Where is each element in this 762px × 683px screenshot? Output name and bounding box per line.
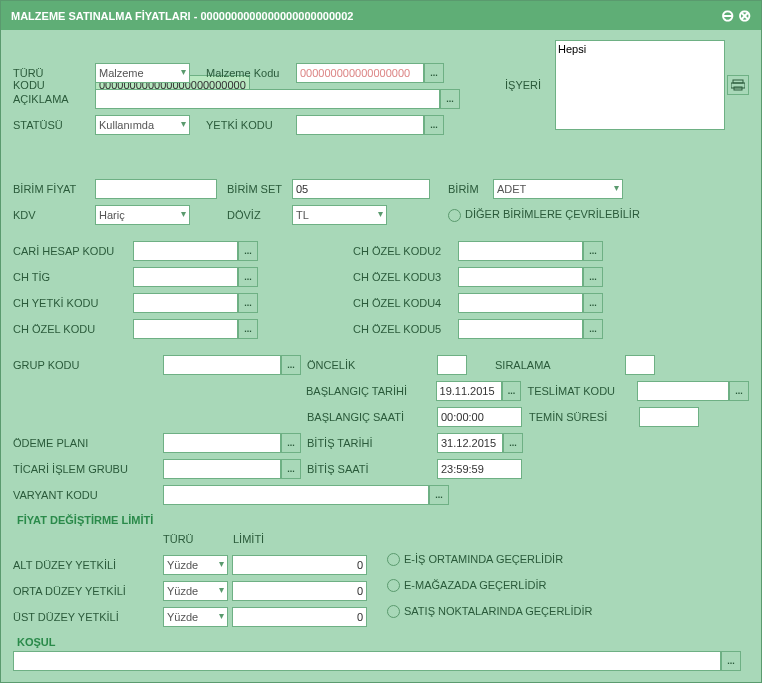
eis-radio[interactable]: E-İŞ ORTAMINDA GEÇERLİDİR [387,548,592,570]
yetki-kodu-input[interactable] [296,115,424,135]
statusu-label: STATÜSÜ [13,119,95,131]
kosul-lookup[interactable]: ... [721,651,741,671]
diger-birim-radio[interactable]: DİĞER BİRİMLERE ÇEVRİLEBİLİR [448,208,640,222]
grup-kodu-lookup[interactable]: ... [281,355,301,375]
ust-duzey-label: ÜST DÜZEY YETKİLİ [13,611,163,623]
ticari-islem-grubu-lookup[interactable]: ... [281,459,301,479]
odeme-plani-input[interactable] [163,433,281,453]
varyant-kodu-lookup[interactable]: ... [429,485,449,505]
isyeri-textarea[interactable]: Hepsi [555,40,725,130]
teslimat-kodu-lookup[interactable]: ... [729,381,749,401]
ch-ozel-kodu5-lookup[interactable]: ... [583,319,603,339]
alt-limit-input[interactable] [232,555,367,575]
malzeme-kodu-label: Malzeme Kodu [206,67,296,79]
yetki-kodu-lookup[interactable]: ... [424,115,444,135]
oncelik-label: ÖNCELİK [307,359,437,371]
temin-suresi-label: TEMİN SÜRESİ [529,411,639,423]
birim-set-label: BİRİM SET [227,183,292,195]
ch-tig-lookup[interactable]: ... [238,267,258,287]
birim-label: BİRİM [448,183,493,195]
baslangic-tarihi-label: BAŞLANGIÇ TARİHİ [306,385,436,397]
bitis-saati-input[interactable] [437,459,522,479]
kodu-label: KODU [13,79,95,91]
ch-ozel-kodu5-label: CH ÖZEL KODU5 [353,323,458,335]
birim-fiyat-input[interactable] [95,179,217,199]
ch-ozel-kodu-input[interactable] [133,319,238,339]
orta-turu-select[interactable]: Yüzde [163,581,228,601]
bitis-tarihi-lookup[interactable]: ... [503,433,523,453]
aciklama-label: AÇIKLAMA [13,93,95,105]
alt-duzey-label: ALT DÜZEY YETKİLİ [13,559,163,571]
temin-suresi-input[interactable] [639,407,699,427]
cari-hesap-kodu-input[interactable] [133,241,238,261]
birim-select[interactable]: ADET [493,179,623,199]
bitis-saati-label: BİTİŞ SAATİ [307,463,437,475]
varyant-kodu-input[interactable] [163,485,429,505]
birim-set-input[interactable] [292,179,430,199]
baslangic-tarihi-lookup[interactable]: ... [502,381,522,401]
aciklama-lookup[interactable]: ... [440,89,460,109]
doviz-label: DÖVİZ [227,209,292,221]
ust-limit-input[interactable] [232,607,367,627]
ch-ozel-kodu4-label: CH ÖZEL KODU4 [353,297,458,309]
bitis-tarihi-input[interactable] [437,433,503,453]
oncelik-input[interactable] [437,355,467,375]
window-title: MALZEME SATINALMA FİYATLARI - 0000000000… [11,10,353,22]
grup-kodu-input[interactable] [163,355,281,375]
emagaza-radio[interactable]: E-MAĞAZADA GEÇERLİDİR [387,574,592,596]
close-icon[interactable]: ⊗ [738,6,751,25]
kdv-label: KDV [13,209,95,221]
doviz-select[interactable]: TL [292,205,387,225]
teslimat-kodu-label: TESLİMAT KODU [527,385,637,397]
aciklama-input[interactable] [95,89,440,109]
ch-ozel-kodu3-input[interactable] [458,267,583,287]
cari-hesap-kodu-label: CARİ HESAP KODU [13,245,133,257]
ch-tig-input[interactable] [133,267,238,287]
ticari-islem-grubu-input[interactable] [163,459,281,479]
ch-tig-label: CH TİG [13,271,133,283]
ch-ozel-kodu3-lookup[interactable]: ... [583,267,603,287]
satis-radio[interactable]: SATIŞ NOKTALARINDA GEÇERLİDİR [387,600,592,622]
ch-ozel-kodu2-input[interactable] [458,241,583,261]
yetki-kodu-label: YETKİ KODU [206,119,296,131]
teslimat-kodu-input[interactable] [637,381,729,401]
bitis-tarihi-label: BİTİŞ TARİHİ [307,437,437,449]
ust-turu-select[interactable]: Yüzde [163,607,228,627]
kdv-select[interactable]: Hariç [95,205,190,225]
window: MALZEME SATINALMA FİYATLARI - 0000000000… [0,0,762,683]
orta-limit-input[interactable] [232,581,367,601]
kosul-input[interactable] [13,651,721,671]
ticari-islem-grubu-label: TİCARİ İŞLEM GRUBU [13,463,163,475]
siralama-input[interactable] [625,355,655,375]
ch-ozel-kodu-label: CH ÖZEL KODU [13,323,133,335]
baslangic-saati-input[interactable] [437,407,522,427]
ch-ozel-kodu2-label: CH ÖZEL KODU2 [353,245,458,257]
baslangic-saati-label: BAŞLANGIÇ SAATİ [307,411,437,423]
ch-ozel-kodu4-lookup[interactable]: ... [583,293,603,313]
ch-ozel-kodu2-lookup[interactable]: ... [583,241,603,261]
fiyat-degistirme-header: FİYAT DEĞİŞTİRME LİMİTİ [17,514,749,526]
statusu-select[interactable]: Kullanımda [95,115,190,135]
ch-ozel-kodu-lookup[interactable]: ... [238,319,258,339]
ch-yetki-kodu-input[interactable] [133,293,238,313]
ch-ozel-kodu5-input[interactable] [458,319,583,339]
malzeme-kodu-lookup[interactable]: ... [424,63,444,83]
turu-label: TÜRÜ [13,67,95,79]
alt-turu-select[interactable]: Yüzde [163,555,228,575]
varyant-kodu-label: VARYANT KODU [13,489,163,501]
cari-hesap-kodu-lookup[interactable]: ... [238,241,258,261]
odeme-plani-lookup[interactable]: ... [281,433,301,453]
malzeme-kodu-input[interactable] [296,63,424,83]
limiti-col-label: LİMİTİ [233,533,333,545]
printer-icon[interactable] [727,75,749,95]
turu-col-label: TÜRÜ [163,533,233,545]
titlebar: MALZEME SATINALMA FİYATLARI - 0000000000… [1,1,761,30]
turu-select[interactable]: Malzeme [95,63,190,83]
ch-yetki-kodu-lookup[interactable]: ... [238,293,258,313]
odeme-plani-label: ÖDEME PLANI [13,437,163,449]
ch-ozel-kodu4-input[interactable] [458,293,583,313]
orta-duzey-label: ORTA DÜZEY YETKİLİ [13,585,163,597]
minimize-icon[interactable]: ⊖ [721,6,734,25]
baslangic-tarihi-input[interactable] [436,381,502,401]
siralama-label: SIRALAMA [495,359,625,371]
